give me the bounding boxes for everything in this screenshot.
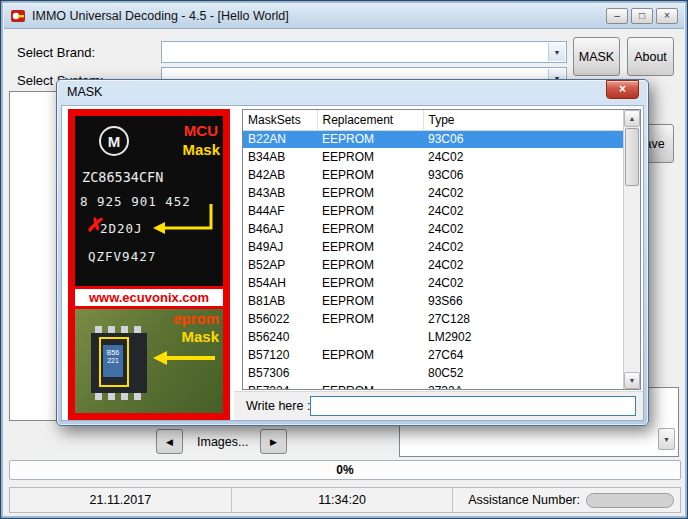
chip-marking-4: QZFV9427 [88, 249, 156, 264]
table-row[interactable]: B52APEEPROM24C02 [243, 256, 625, 274]
maximize-button[interactable]: □ [631, 8, 653, 24]
status-date: 21.11.2017 [10, 488, 231, 512]
write-here-label: Write here : [246, 399, 310, 413]
select-brand-label: Select Brand: [17, 45, 95, 60]
dialog-close-button[interactable]: × [606, 80, 639, 99]
table-row[interactable]: B44AFEEPROM24C02 [243, 202, 625, 220]
progress-bar: 0% [9, 460, 681, 480]
yellow-highlight-box [99, 337, 129, 387]
chip-marking-1: ZC86534CFN [82, 169, 163, 185]
mcu-label: MCU [184, 122, 218, 139]
table-row[interactable]: B54AHEEPROM24C02 [243, 274, 625, 292]
yellow-arrow-icon [151, 349, 219, 367]
scroll-down-icon[interactable]: ▼ [624, 372, 640, 389]
table-row[interactable]: B34ABEEPROM24C02 [243, 148, 625, 166]
table-row[interactable]: B56022EEPROM27C128 [243, 310, 625, 328]
column-header-replacement[interactable]: Replacement [317, 110, 423, 130]
next-image-button[interactable]: ▶ [260, 429, 287, 454]
eprom-label: eprom [173, 310, 219, 327]
prev-image-button[interactable]: ◀ [156, 429, 183, 454]
chip-marking-maskset: 2D20J [100, 221, 143, 236]
table-row[interactable]: B43ABEEPROM24C02 [243, 184, 625, 202]
mcu-chip-photo: M MCU Mask ZC86534CFN 8 925 901 452 ✗ 2D… [75, 116, 223, 286]
write-here-strip: Write here : [234, 391, 643, 420]
masksets-table: MaskSets Replacement Type B22ANEEPROM93C… [242, 109, 641, 390]
yellow-arrow-icon [151, 202, 217, 238]
table-row[interactable]: B5730680C52 [243, 364, 625, 382]
write-here-input[interactable] [310, 396, 636, 416]
table-row[interactable]: B81ABEEPROM93S66 [243, 292, 625, 310]
mask-dialog: MASK × M MCU Mask ZC86534CFN 8 925 901 4… [56, 79, 649, 426]
table-header-row: MaskSets Replacement Type [243, 110, 625, 130]
table-row[interactable]: B57324EEPROM2732A [243, 382, 625, 390]
table-scrollbar[interactable]: ▲ ▼ [623, 110, 640, 389]
dialog-body: M MCU Mask ZC86534CFN 8 925 901 452 ✗ 2D… [61, 105, 644, 421]
arrow-left-icon: ◀ [166, 437, 173, 447]
mask-button[interactable]: MASK [573, 37, 620, 76]
status-bar: 21.11.2017 11:34:20 Assistance Number: [9, 487, 681, 513]
mask-table-body: B22ANEEPROM93C06B34ABEEPROM24C02B42ABEEP… [243, 130, 625, 390]
motorola-logo-icon: M [99, 126, 129, 156]
chevron-down-icon[interactable]: ▼ [658, 428, 675, 450]
assistance-number-field [586, 493, 674, 508]
brand-combobox[interactable]: ▼ [161, 41, 567, 63]
eprom-chip: B56 221 [91, 333, 147, 393]
eprom-pcb-photo: eprom Mask B56 221 [75, 309, 223, 413]
table-row[interactable]: B22ANEEPROM93C06 [243, 130, 625, 148]
table-row[interactable]: B56240LM2902 [243, 328, 625, 346]
scrollbar-thumb[interactable] [625, 128, 639, 186]
eprom-mask-label: Mask [181, 328, 219, 345]
app-icon [10, 8, 26, 24]
column-header-type[interactable]: Type [423, 110, 625, 130]
table-row[interactable]: B42ABEEPROM93C06 [243, 166, 625, 184]
mcu-mask-image: M MCU Mask ZC86534CFN 8 925 901 452 ✗ 2D… [68, 109, 230, 420]
main-titlebar: IMMO Universal Decoding - 4.5 - [Hello W… [4, 4, 684, 29]
column-header-masksets[interactable]: MaskSets [243, 110, 317, 130]
status-time: 11:34:20 [231, 488, 453, 512]
window-controls: – □ × [606, 8, 678, 24]
minimize-button[interactable]: – [606, 8, 628, 24]
scroll-up-icon[interactable]: ▲ [624, 110, 640, 127]
close-button[interactable]: × [656, 8, 678, 24]
website-label: www.ecuvonix.com [75, 289, 223, 306]
table-row[interactable]: B57120EEPROM27C64 [243, 346, 625, 364]
arrow-right-icon: ▶ [270, 437, 277, 447]
window-title: IMMO Universal Decoding - 4.5 - [Hello W… [32, 9, 289, 23]
chevron-down-icon[interactable]: ▼ [548, 43, 565, 61]
dialog-title: MASK [57, 80, 648, 104]
status-assistance: Assistance Number: [452, 488, 680, 512]
assistance-label: Assistance Number: [468, 493, 580, 507]
table-row[interactable]: B49AJEEPROM24C02 [243, 238, 625, 256]
table-row[interactable]: B46AJEEPROM24C02 [243, 220, 625, 238]
mcu-mask-label: Mask [182, 141, 220, 158]
about-button[interactable]: About [627, 37, 674, 76]
images-label: Images... [197, 435, 248, 449]
main-window: IMMO Universal Decoding - 4.5 - [Hello W… [0, 0, 688, 519]
